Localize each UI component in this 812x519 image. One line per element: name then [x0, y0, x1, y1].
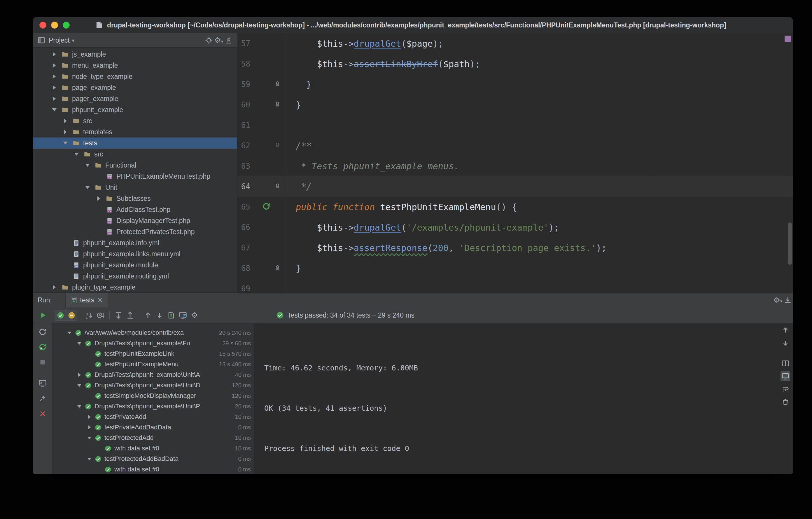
- project-tree-item[interactable]: PHPProtectedPrivatesTest.php: [33, 226, 237, 237]
- close-tab-icon[interactable]: ×: [97, 297, 103, 304]
- toolbar-settings-icon[interactable]: ⚙: [189, 310, 200, 321]
- pin-icon[interactable]: [38, 393, 48, 403]
- editor-scrollbar-thumb[interactable]: [788, 222, 792, 265]
- chevron-right-icon[interactable]: [51, 51, 58, 58]
- chevron-down-icon[interactable]: [75, 340, 83, 347]
- scroll-down-icon[interactable]: [781, 338, 790, 348]
- project-tree-item[interactable]: node_type_example: [33, 71, 237, 82]
- minimize-window-button[interactable]: [51, 22, 58, 29]
- project-tree-item[interactable]: PHPphpunit_example.module: [33, 260, 237, 271]
- clear-all-icon[interactable]: [781, 397, 790, 407]
- chevron-down-icon[interactable]: [85, 455, 93, 462]
- soft-wrap-icon[interactable]: [781, 384, 790, 394]
- chevron-down-icon[interactable]: [84, 184, 91, 191]
- project-tree-item[interactable]: src: [33, 148, 237, 160]
- play-icon[interactable]: [38, 310, 48, 321]
- chevron-down-icon[interactable]: [65, 329, 74, 336]
- rerun-icon[interactable]: [38, 327, 48, 337]
- chevron-right-icon[interactable]: [85, 413, 93, 420]
- test-tree-item[interactable]: testPhpUnitExampleLink15 s 570 ms: [53, 349, 254, 359]
- show-ignored-icon[interactable]: [66, 310, 77, 321]
- chevron-right-icon[interactable]: [51, 283, 58, 291]
- project-settings-icon[interactable]: ⚙▾: [214, 35, 224, 45]
- project-tree-item[interactable]: phpunit_example.links.menu.yml: [33, 248, 237, 260]
- chevron-down-icon[interactable]: [51, 106, 58, 113]
- chevron-right-icon[interactable]: [95, 195, 103, 202]
- project-tree-item[interactable]: phpunit_example.info.yml: [33, 237, 237, 248]
- chevron-right-icon[interactable]: [51, 62, 58, 69]
- project-tree-item[interactable]: PHPDisplayManagerTest.php: [33, 215, 237, 226]
- run-settings-icon[interactable]: ⚙▾: [773, 295, 783, 305]
- project-tree-item[interactable]: phpunit_example.routing.yml: [33, 271, 237, 282]
- console-icon[interactable]: [38, 378, 48, 388]
- test-tree-item[interactable]: testSimpleMockDisplayManager120 ms: [53, 390, 254, 401]
- code-line[interactable]: }: [285, 74, 793, 94]
- code-line[interactable]: }: [285, 94, 793, 115]
- code-line[interactable]: public function testPhpUnitExampleMenu()…: [285, 197, 793, 217]
- close-icon[interactable]: ×: [38, 409, 48, 418]
- hide-panel-icon[interactable]: [783, 295, 793, 305]
- project-tree-item[interactable]: Unit: [33, 182, 237, 193]
- project-tree-item[interactable]: page_example: [33, 82, 237, 93]
- chevron-down-icon[interactable]: [85, 434, 93, 441]
- scroll-up-icon[interactable]: [781, 325, 790, 335]
- console-pane[interactable]: Time: 46.62 seconds, Memory: 6.00MB OK (…: [255, 323, 793, 474]
- show-passed-icon[interactable]: [55, 310, 66, 321]
- chevron-right-icon[interactable]: [51, 73, 58, 80]
- chevron-down-icon[interactable]: [75, 382, 83, 389]
- test-tree-item[interactable]: with data set #010 ms: [53, 443, 254, 454]
- run-test-icon[interactable]: [262, 202, 270, 212]
- zoom-window-button[interactable]: [63, 22, 70, 29]
- test-tree-item[interactable]: Drupal\Tests\phpunit_example\Unit\D120 m…: [53, 380, 254, 390]
- project-panel-title[interactable]: Project: [49, 36, 70, 44]
- preview-icon[interactable]: [781, 371, 790, 381]
- collapse-panel-icon[interactable]: [224, 35, 234, 45]
- test-tree-item[interactable]: Drupal\Tests\phpunit_example\Unit\P20 ms: [53, 401, 254, 412]
- code-line[interactable]: [285, 115, 793, 135]
- project-tree-item[interactable]: PHPPHPUnitExampleMenuTest.php: [33, 171, 237, 182]
- collapse-all-icon[interactable]: [125, 310, 135, 321]
- code-line[interactable]: /**: [285, 135, 793, 156]
- project-tree-item[interactable]: templates: [33, 127, 237, 137]
- project-tree-item[interactable]: Functional: [33, 160, 237, 171]
- chevron-right-icon[interactable]: [85, 424, 93, 431]
- chevron-right-icon[interactable]: [51, 95, 58, 103]
- test-tree-item[interactable]: with data set #00 ms: [53, 464, 254, 474]
- import-test-results-icon[interactable]: [166, 310, 176, 321]
- run-tab-tests[interactable]: tests ×: [65, 293, 108, 307]
- code-line[interactable]: $this->drupalGet($page);: [285, 33, 793, 54]
- locate-file-icon[interactable]: [204, 35, 214, 45]
- test-tree-item[interactable]: Drupal\Tests\phpunit_example\Fu29 s 60 m…: [53, 338, 254, 349]
- chevron-down-icon[interactable]: [75, 403, 83, 410]
- stop-icon[interactable]: [38, 357, 48, 367]
- project-tree-item[interactable]: menu_example: [33, 60, 237, 71]
- split-icon[interactable]: [781, 358, 790, 368]
- code-line[interactable]: }: [285, 258, 793, 278]
- test-tree-item[interactable]: /var/www/web/modules/contrib/exa29 s 240…: [53, 328, 254, 338]
- test-tree-item[interactable]: testProtectedAddBadData0 ms: [53, 454, 254, 464]
- up-arrow-icon[interactable]: [143, 310, 153, 321]
- project-tree-item[interactable]: pager_example: [33, 93, 237, 104]
- chevron-right-icon[interactable]: [51, 84, 58, 91]
- test-tree-item[interactable]: testProtectedAdd10 ms: [53, 433, 254, 443]
- chevron-down-icon[interactable]: [72, 150, 80, 158]
- sort-alphabetically-icon[interactable]: az: [84, 310, 94, 321]
- code-line[interactable]: $this->drupalGet('/examples/phpunit-exam…: [285, 217, 793, 238]
- code-line[interactable]: * Tests phpunit_example menus.: [285, 156, 793, 176]
- test-tree-item[interactable]: testPrivateAddBadData0 ms: [53, 422, 254, 433]
- project-tree-item[interactable]: src: [33, 115, 237, 127]
- project-tree-item[interactable]: PHPAddClassTest.php: [33, 204, 237, 215]
- test-tree-item[interactable]: testPrivateAdd10 ms: [53, 412, 254, 422]
- rerun-failed-icon[interactable]: [38, 342, 48, 352]
- project-tree-item[interactable]: Subclasses: [33, 193, 237, 204]
- chevron-down-icon[interactable]: ▾: [72, 37, 75, 44]
- test-history-icon[interactable]: [178, 310, 188, 321]
- chevron-right-icon[interactable]: [62, 128, 69, 136]
- chevron-right-icon[interactable]: [62, 117, 69, 125]
- close-window-button[interactable]: [39, 22, 47, 29]
- down-arrow-icon[interactable]: [154, 310, 165, 321]
- project-tree-item[interactable]: phpunit_example: [33, 104, 237, 115]
- code-line[interactable]: $this->assertLinkByHref($path);: [285, 54, 793, 74]
- chevron-down-icon[interactable]: [84, 161, 91, 169]
- code-line[interactable]: [285, 278, 793, 293]
